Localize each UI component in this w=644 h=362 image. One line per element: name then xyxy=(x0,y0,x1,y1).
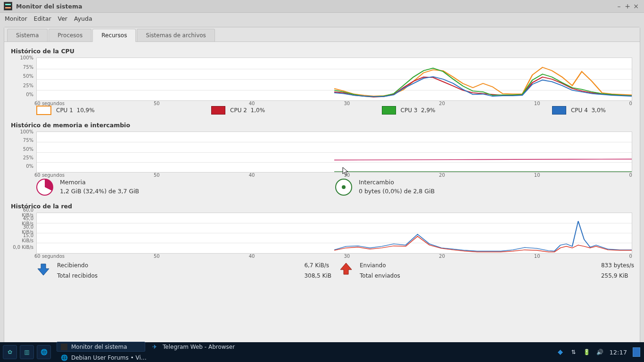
cpu-legend: CPU 1 10,9% CPU 2 1,0% CPU 3 2,9% CPU 4 … xyxy=(36,106,634,115)
recv-total-label: Total recibidos xyxy=(57,272,304,279)
task-telegram[interactable]: ✈ Telegram Web - Abrowser xyxy=(148,342,239,352)
menu-ver[interactable]: Ver xyxy=(58,15,67,22)
close-button[interactable]: × xyxy=(632,3,640,9)
launcher-web[interactable]: 🌐 xyxy=(37,345,51,359)
mem-section-title: Histórico de memoria e intercambio xyxy=(11,122,634,129)
task-label: Telegram Web - Abrowser xyxy=(163,344,235,350)
launcher-menu[interactable]: ✿ xyxy=(3,345,17,359)
memory-label: Memoria xyxy=(60,178,139,187)
cpu-y-axis: 100% 75% 50% 25% 0% xyxy=(10,58,35,94)
taskbar[interactable]: ✿ ▥ 🌐 Monitor del sistema ✈ Telegram Web… xyxy=(0,342,644,362)
recv-total: 308,5 KiB xyxy=(304,272,331,279)
memory-pie-icon xyxy=(36,179,53,196)
net-section-title: Histórico de la red xyxy=(11,203,634,210)
menubar: Monitor Editar Ver Ayuda xyxy=(0,13,644,24)
swap-pie-icon xyxy=(335,179,352,196)
tab-fs[interactable]: Sistemas de archivos xyxy=(137,29,215,41)
memory-value: 1,2 GiB (32,4%) de 3,7 GiB xyxy=(60,187,139,196)
telegram-icon: ✈ xyxy=(152,344,159,350)
launcher-files[interactable]: ▥ xyxy=(20,345,34,359)
app-icon xyxy=(4,2,12,10)
menu-ayuda[interactable]: Ayuda xyxy=(74,15,92,22)
battery-icon[interactable]: 🔋 xyxy=(583,348,591,356)
system-monitor-window: Monitor del sistema – + × Monitor Editar… xyxy=(0,0,644,362)
send-total-label: Total enviados xyxy=(360,272,601,279)
send-label: Enviando xyxy=(360,262,601,269)
tab-procesos[interactable]: Procesos xyxy=(49,29,91,41)
cpu-x-axis: 60 segundos50403020100 xyxy=(36,101,632,106)
mem-chart xyxy=(36,132,632,173)
cpu3-swatch xyxy=(382,106,396,115)
tab-recursos[interactable]: Recursos xyxy=(92,29,136,42)
cpu1-swatch xyxy=(36,106,51,115)
browser-icon: 🌐 xyxy=(61,354,67,361)
menu-editar[interactable]: Editar xyxy=(34,15,51,22)
resources-panel: Histórico de la CPU 100% 75% 50% 25% 0% xyxy=(4,42,640,359)
minimize-button[interactable]: – xyxy=(615,3,623,9)
cpu4-swatch xyxy=(552,106,566,115)
task-debian-forums[interactable]: 🌐 Debian User Forums • Vi… xyxy=(57,353,151,362)
network-icon[interactable]: ⇅ xyxy=(570,348,578,356)
maximize-button[interactable]: + xyxy=(623,3,632,9)
mem-x-axis: 60 segundos50403020100 xyxy=(36,173,632,178)
mem-legend: Memoria 1,2 GiB (32,4%) de 3,7 GiB Inter… xyxy=(36,178,634,196)
dropbox-icon[interactable]: ⯁ xyxy=(557,348,564,356)
show-desktop-icon[interactable] xyxy=(633,347,640,357)
menu-monitor[interactable]: Monitor xyxy=(5,15,27,22)
net-legend: Recibiendo 6,7 KiB/s Total recibidos 308… xyxy=(36,262,634,279)
net-y-axis: 60,0 KiB/s 45,0 KiB/s 30,0 KiB/s 15,0 Ki… xyxy=(10,213,35,247)
swap-label: Intercambio xyxy=(359,178,435,187)
send-total: 255,9 KiB xyxy=(601,272,634,279)
recv-rate: 6,7 KiB/s xyxy=(304,262,331,269)
cpu-chart xyxy=(36,58,632,101)
volume-icon[interactable]: 🔊 xyxy=(596,348,604,356)
tab-sistema[interactable]: Sistema xyxy=(7,29,48,41)
task-label: Monitor del sistema xyxy=(71,344,127,350)
upload-icon xyxy=(339,262,353,276)
notebook: Sistema Procesos Recursos Sistemas de ar… xyxy=(4,27,640,359)
titlebar[interactable]: Monitor del sistema – + × xyxy=(0,0,644,13)
task-system-monitor[interactable]: Monitor del sistema xyxy=(57,342,145,352)
download-icon xyxy=(36,262,50,276)
tabs: Sistema Procesos Recursos Sistemas de ar… xyxy=(4,27,640,42)
send-rate: 833 bytes/s xyxy=(601,262,634,269)
app-icon xyxy=(61,344,67,350)
cpu2-swatch xyxy=(211,106,225,115)
cpu-section-title: Histórico de la CPU xyxy=(11,48,634,55)
recv-label: Recibiendo xyxy=(57,262,304,269)
mem-y-axis: 100% 75% 50% 25% 0% xyxy=(10,132,35,166)
net-x-axis: 60 segundos50403020100 xyxy=(36,254,632,259)
clock[interactable]: 12:17 xyxy=(610,349,627,356)
net-chart xyxy=(36,213,632,254)
task-label: Debian User Forums • Vi… xyxy=(71,354,147,361)
window-title: Monitor del sistema xyxy=(16,3,82,10)
swap-value: 0 bytes (0,0%) de 2,8 GiB xyxy=(359,187,435,196)
